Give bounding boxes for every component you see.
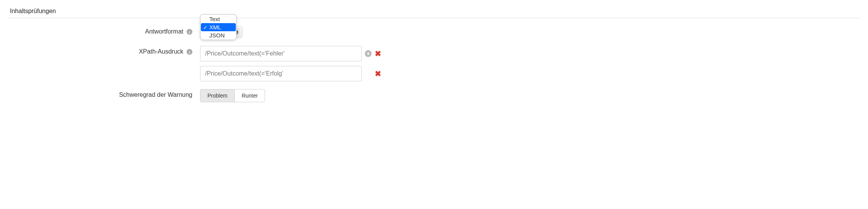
severity-option-problem[interactable]: Problem [200,89,234,102]
add-icon[interactable]: + [365,50,372,57]
section-title: Inhaltsprüfungen [8,8,860,15]
severity-option-down[interactable]: Runter [234,89,265,102]
xpath-input[interactable] [200,66,362,81]
dropdown-option-text[interactable]: Text [201,15,236,23]
dropdown-option-xml[interactable]: ✓ XML [201,23,236,31]
dropdown-option-label: Text [209,16,220,22]
dropdown-option-label: XML [209,24,221,30]
xpath-input-row-0: + ✖ [200,46,381,61]
remove-icon[interactable]: ✖ [375,70,381,78]
check-icon: ✓ [203,24,209,30]
response-format-label-text: Antwortformat [145,28,184,35]
xpath-label: XPath-Ausdruck i [8,46,200,55]
severity-row: Schweregrad der Warnung Problem Runter [8,89,860,102]
xpath-label-text: XPath-Ausdruck [139,48,184,55]
xpath-row: XPath-Ausdruck i + ✖ ✖ [8,46,860,81]
xpath-input[interactable] [200,46,362,61]
response-format-dropdown: Text ✓ XML JSON [200,14,237,40]
dropdown-option-label: JSON [209,32,225,39]
xpath-input-row-1: ✖ [200,66,381,81]
info-icon[interactable]: i [187,49,192,55]
severity-label: Schweregrad der Warnung [8,89,200,98]
response-format-label: Antwortformat i [8,26,200,35]
info-icon[interactable]: i [187,29,192,35]
severity-label-text: Schweregrad der Warnung [119,91,192,98]
dropdown-option-json[interactable]: JSON [201,31,236,39]
response-format-row: Antwortformat i Text ✓ XML JSON [8,26,860,38]
severity-toggle-group: Problem Runter [200,89,265,102]
remove-icon[interactable]: ✖ [375,50,381,57]
section-divider [8,18,860,18]
